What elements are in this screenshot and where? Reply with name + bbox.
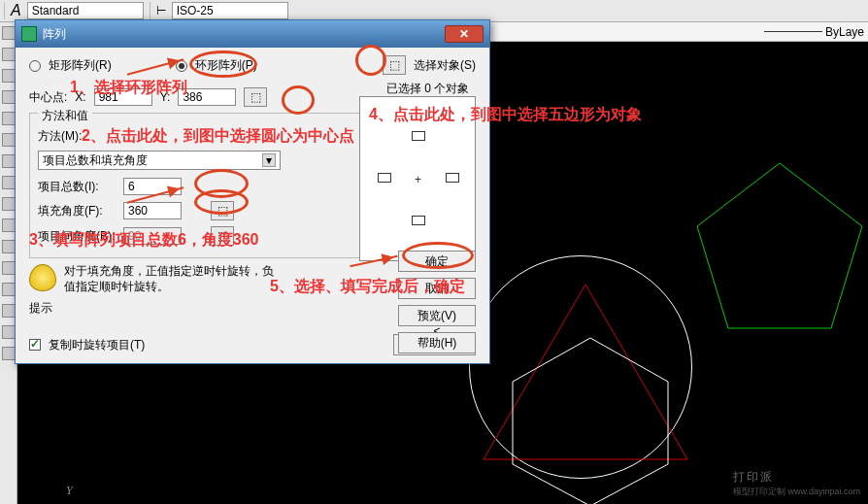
tool-icon[interactable] — [2, 218, 16, 232]
tool-icon[interactable] — [2, 304, 16, 318]
hexagon-shape — [503, 333, 678, 504]
fill-label: 填充角度(F): — [38, 203, 116, 219]
svg-marker-2 — [513, 338, 668, 504]
annotation-circle-select — [355, 45, 386, 76]
selected-count: 0 — [424, 82, 431, 95]
watermark-text: 打印派 — [733, 470, 774, 484]
selected-suffix: 个对象 — [434, 82, 469, 95]
tool-icon[interactable] — [2, 26, 16, 40]
letter-a-icon: A — [11, 2, 21, 19]
preview-button[interactable]: 预览(V) < — [398, 305, 476, 326]
tool-icon[interactable] — [2, 283, 16, 296]
svg-marker-0 — [697, 163, 862, 328]
lightbulb-icon — [29, 264, 56, 291]
tool-icon[interactable] — [2, 197, 16, 211]
help-button[interactable]: 帮助(H) — [398, 332, 476, 353]
dim-icon: ⊢ — [156, 4, 166, 17]
annotation-5: 5、选择、填写完成后，确定 — [270, 277, 465, 297]
tool-icon[interactable] — [2, 90, 16, 104]
array-dialog: 阵列 ✕ 矩形阵列(R) 环形阵列(P) ⬚ 选择对象(S) 已选择 0 个对象… — [15, 19, 490, 364]
select-objects-group: ⬚ 选择对象(S) 已选择 0 个对象 — [383, 55, 476, 97]
tool-icon[interactable] — [2, 347, 16, 360]
annotation-4: 4、点击此处，到图中选择五边形为对象 — [369, 105, 642, 125]
pentagon-shape — [687, 158, 868, 343]
linetype-preview — [764, 31, 822, 32]
method-legend: 方法和值 — [38, 108, 92, 124]
chevron-down-icon: ▾ — [262, 153, 276, 167]
center-cross-icon: + — [415, 173, 421, 186]
dialog-titlebar[interactable]: 阵列 ✕ — [16, 20, 489, 48]
method-value: 项目总数和填充角度 — [43, 152, 148, 169]
dim-style-field[interactable] — [172, 2, 288, 19]
total-label: 项目总数(I): — [38, 179, 116, 195]
watermark: 打印派 模型打印定制 www.dayinpai.com — [733, 467, 860, 498]
separator — [4, 2, 5, 19]
selected-prefix: 已选择 — [386, 82, 421, 95]
select-objects-label: 选择对象(S) — [414, 57, 476, 74]
hint-text-1: 对于填充角度，正值指定逆时针旋转，负 — [64, 264, 274, 280]
separator — [150, 2, 150, 19]
tool-icon[interactable] — [2, 154, 16, 168]
watermark-url: 模型打印定制 www.dayinpai.com — [733, 486, 860, 498]
preview-item — [378, 173, 391, 183]
coord-axis-y: Y — [66, 484, 73, 498]
text-style-field[interactable] — [27, 2, 144, 19]
tool-icon[interactable] — [2, 48, 16, 61]
annotation-circle-pick-center — [282, 85, 315, 115]
annotation-1: 1、选择环形阵列 — [70, 78, 187, 98]
tool-icon[interactable] — [2, 261, 16, 275]
hint-text-2: 值指定顺时针旋转。 — [64, 280, 274, 295]
fill-angle-input[interactable] — [123, 202, 182, 219]
tool-icon[interactable] — [2, 133, 16, 147]
tool-icon[interactable] — [2, 176, 16, 189]
annotation-2: 2、点击此处，到图中选择圆心为中心点 — [82, 126, 354, 147]
tool-icon[interactable] — [2, 69, 16, 83]
annotation-circle-fill — [194, 189, 249, 215]
preview-item — [446, 173, 459, 183]
close-button[interactable]: ✕ — [445, 25, 484, 43]
annotation-circle-1 — [189, 50, 257, 78]
bylayer-label: ByLaye — [825, 25, 864, 39]
tool-icon[interactable] — [2, 240, 16, 253]
copy-rotate-label: 复制时旋转项目(T) — [49, 337, 145, 353]
tool-icon[interactable] — [2, 325, 16, 339]
method-label: 方法(M): — [38, 128, 82, 145]
preview-item — [412, 216, 425, 225]
center-label: 中心点: — [29, 89, 67, 106]
tool-icon[interactable] — [2, 112, 16, 125]
rect-array-radio[interactable] — [29, 60, 41, 72]
pick-center-button[interactable]: ⬚ — [244, 87, 267, 107]
annotation-circle-ok — [402, 242, 474, 269]
preview-item — [412, 131, 425, 141]
method-combo[interactable]: 项目总数和填充角度 ▾ — [38, 151, 281, 170]
rect-array-label: 矩形阵列(R) — [49, 57, 112, 74]
annotation-3: 3、填写阵列项目总数6，角度360 — [29, 230, 259, 251]
dialog-icon — [21, 26, 37, 42]
dialog-title: 阵列 — [43, 26, 66, 43]
copy-rotate-checkbox[interactable] — [29, 339, 41, 351]
